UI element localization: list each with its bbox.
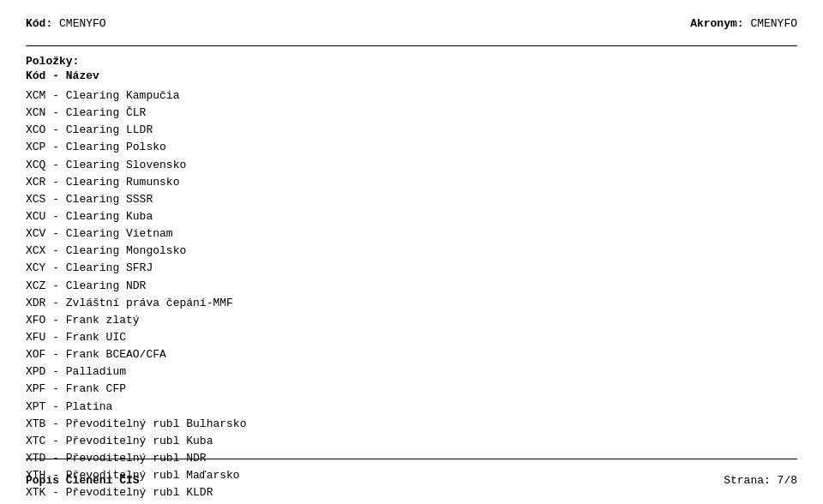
header: Kód: CMENYFO Akronym: CMENYFO bbox=[26, 17, 797, 30]
strana-value: 7/8 bbox=[778, 474, 797, 487]
list-item: XCV - Clearing Vietnam bbox=[26, 225, 797, 243]
list-item: XPF - Frank CFP bbox=[26, 381, 797, 398]
akronym-value: CMENYFO bbox=[750, 17, 797, 30]
list-item: XDR - Zvláštní práva čepání-MMF bbox=[26, 295, 797, 312]
strana-label: Strana: bbox=[724, 474, 771, 487]
kod-value: CMENYFO bbox=[59, 17, 106, 30]
list-item: XCZ - Clearing NDR bbox=[26, 278, 797, 295]
list-item: XCS - Clearing SSSR bbox=[26, 191, 797, 208]
items-list: XCM - Clearing KampučiaXCN - Clearing ČL… bbox=[26, 87, 797, 504]
list-item: XPD - Palladium bbox=[26, 363, 797, 381]
footer-divider bbox=[26, 459, 797, 459]
list-item: XOF - Frank BCEAO/CFA bbox=[26, 346, 797, 363]
list-item: XCU - Clearing Kuba bbox=[26, 208, 797, 225]
polozky-title: Položky: bbox=[26, 55, 797, 68]
kod-label: Kód: bbox=[26, 17, 52, 30]
list-item: XCO - Clearing LLDR bbox=[26, 122, 797, 139]
list-item: XCY - Clearing SFRJ bbox=[26, 260, 797, 277]
list-item: XCR - Clearing Rumunsko bbox=[26, 174, 797, 191]
column-header: Kód - Název bbox=[26, 69, 797, 82]
list-item: XFO - Frank zlatý bbox=[26, 312, 797, 329]
header-right: Akronym: CMENYFO bbox=[690, 17, 797, 30]
header-divider bbox=[26, 45, 797, 46]
list-item: XFU - Frank UIC bbox=[26, 329, 797, 346]
list-item: XCN - Clearing ČLR bbox=[26, 105, 797, 122]
list-item: XCP - Clearing Polsko bbox=[26, 139, 797, 156]
list-item: XCQ - Clearing Slovensko bbox=[26, 157, 797, 174]
footer-strana: Strana: 7/8 bbox=[724, 474, 797, 487]
header-left: Kód: CMENYFO bbox=[26, 17, 106, 30]
list-item: XCM - Clearing Kampučia bbox=[26, 87, 797, 105]
polozky-section: Položky: Kód - Název XCM - Clearing Kamp… bbox=[26, 55, 797, 504]
list-item: XTB - Převoditelný rubl Bulharsko bbox=[26, 416, 797, 433]
list-item: XPT - Platina bbox=[26, 399, 797, 416]
list-item: XTC - Převoditelný rubl Kuba bbox=[26, 433, 797, 450]
footer: Popis Členění ČIS Strana: 7/8 bbox=[26, 474, 797, 487]
list-item: XTK - Převoditelný rubl KLDR bbox=[26, 484, 797, 501]
footer-popis: Popis Členění ČIS bbox=[26, 474, 140, 487]
akronym-label: Akronym: bbox=[690, 17, 743, 30]
list-item: XCX - Clearing Mongolsko bbox=[26, 243, 797, 260]
